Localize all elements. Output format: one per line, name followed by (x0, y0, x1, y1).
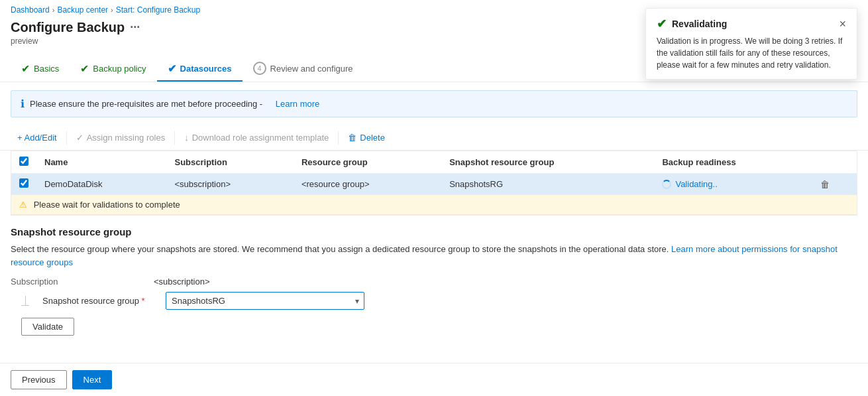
col-header-subscription: Subscription (166, 151, 293, 174)
previous-button[interactable]: Previous (11, 370, 67, 389)
row-subscription: <subscription> (166, 174, 293, 195)
subscription-value: <subscription> (154, 277, 210, 287)
col-header-snapshot-rg: Snapshot resource group (441, 151, 654, 174)
tab-review-label: Review and configure (270, 64, 353, 74)
validating-spinner (662, 180, 671, 189)
info-icon: ℹ (21, 98, 25, 110)
row-name: DemoDataDisk (36, 174, 166, 195)
download-template-label: Download role assignment template (192, 133, 329, 143)
toolbar-sep-2 (174, 131, 175, 145)
snapshot-rg-label: Snapshot resource group * (42, 296, 155, 306)
col-header-backup-readiness: Backup readiness (654, 151, 812, 174)
col-header-actions (812, 151, 857, 174)
delete-icon: 🗑 (348, 133, 356, 143)
add-edit-label: + Add/Edit (17, 133, 57, 143)
tab-datasources-label: Datasources (180, 64, 232, 74)
snapshot-section-desc-text: Select the resource group where your sna… (11, 244, 669, 254)
toast-title: Revalidating (672, 19, 727, 29)
download-template-button[interactable]: ↓ Download role assignment template (178, 129, 335, 146)
snapshot-section: Snapshot resource group Select the resou… (0, 216, 868, 352)
footer: Previous Next (0, 363, 868, 391)
row-checkbox-cell (11, 174, 36, 195)
toolbar-sep-1 (66, 131, 67, 145)
warning-cell: ⚠ Please wait for validations to complet… (11, 195, 857, 215)
breadcrumb-backup-center[interactable]: Backup center (57, 5, 108, 15)
toast-check-icon: ✔ (657, 17, 667, 31)
row-backup-readiness: Validating.. (654, 174, 812, 195)
snapshot-section-title: Snapshot resource group (11, 226, 857, 237)
table-row: DemoDataDisk <subscription> <resource gr… (11, 174, 857, 195)
assign-missing-roles-button[interactable]: ✓ Assign missing roles (70, 129, 172, 146)
datasources-table: Name Subscription Resource group Snapsho… (11, 151, 857, 215)
breadcrumb-sep-2: › (111, 6, 113, 14)
validating-text: Validating.. (675, 179, 717, 189)
tab-basics[interactable]: ✔ Basics (11, 57, 70, 82)
page-title-more-button[interactable]: ··· (130, 21, 140, 34)
toast-close-button[interactable]: × (839, 18, 846, 30)
tab-basics-check-icon: ✔ (21, 62, 30, 75)
tab-review-num: 4 (253, 62, 266, 75)
row-snapshot-rg: SnapshotsRG (441, 174, 654, 195)
row-delete-icon[interactable]: 🗑 (820, 179, 830, 190)
warning-row: ⚠ Please wait for validations to complet… (11, 195, 857, 215)
snapshot-rg-select-wrapper: SnapshotsRG (166, 292, 364, 310)
tab-backup-policy-label: Backup policy (93, 64, 146, 74)
row-checkbox[interactable] (19, 178, 28, 188)
subscription-label: Subscription (11, 277, 143, 287)
snapshot-section-desc: Select the resource group where your sna… (11, 243, 857, 269)
row-delete-cell: 🗑 (812, 174, 857, 195)
assign-roles-check-icon: ✓ (76, 133, 83, 143)
tab-datasources-check-icon: ✔ (168, 62, 176, 75)
col-header-resource-group: Resource group (294, 151, 441, 174)
delete-label: Delete (360, 133, 385, 143)
toolbar-sep-3 (338, 131, 339, 145)
warning-text: Please wait for validations to complete (34, 200, 180, 210)
info-bar-learn-more-link[interactable]: Learn more (276, 99, 319, 109)
page-title-text: Configure Backup (11, 20, 125, 35)
download-icon: ↓ (184, 133, 189, 143)
row-resource-group: <resource group> (294, 174, 441, 195)
col-header-name: Name (36, 151, 166, 174)
warning-triangle-icon: ⚠ (19, 200, 27, 210)
info-bar-text: Please ensure the pre-requisites are met… (30, 99, 262, 109)
tab-backup-policy[interactable]: ✔ Backup policy (70, 57, 156, 82)
assign-roles-label: Assign missing roles (87, 133, 166, 143)
toast-body: Validation is in progress. We will be do… (657, 35, 846, 71)
tab-backup-policy-check-icon: ✔ (80, 62, 89, 75)
info-bar: ℹ Please ensure the pre-requisites are m… (11, 90, 857, 117)
data-table-container: Name Subscription Resource group Snapsho… (11, 151, 857, 216)
tab-datasources[interactable]: ✔ Datasources (157, 57, 243, 82)
snapshot-rg-select[interactable]: SnapshotsRG (166, 292, 364, 310)
toolbar: + Add/Edit ✓ Assign missing roles ↓ Down… (0, 125, 868, 151)
select-all-checkbox[interactable] (19, 157, 28, 166)
toast-notification: ✔ Revalidating × Validation is in progre… (645, 8, 857, 80)
breadcrumb-dashboard[interactable]: Dashboard (11, 5, 50, 15)
next-button[interactable]: Next (72, 370, 113, 389)
tab-review[interactable]: 4 Review and configure (243, 56, 364, 82)
row-resource-group-value: <resource group> (301, 179, 370, 189)
breadcrumb-sep-1: › (52, 6, 55, 14)
delete-button[interactable]: 🗑 Delete (341, 129, 392, 146)
tab-basics-label: Basics (34, 64, 59, 74)
required-star: * (142, 296, 145, 306)
breadcrumb-configure-backup[interactable]: Start: Configure Backup (116, 5, 200, 15)
table-header-checkbox-col (11, 151, 36, 174)
add-edit-button[interactable]: + Add/Edit (11, 129, 64, 146)
validate-button[interactable]: Validate (21, 318, 74, 336)
